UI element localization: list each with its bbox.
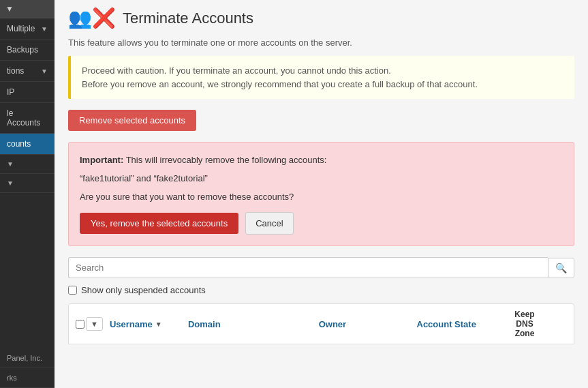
warning-line2: Before you remove an account, we strongl… (82, 78, 563, 91)
confirm-accounts: “fake1tutorial” and “fake2tutorial” (80, 172, 563, 186)
search-button[interactable]: 🔍 (548, 258, 574, 278)
chevron-down-icon: ▼ (7, 160, 14, 168)
table-header: ▼ Username ▼ Domain Owner Account State … (68, 303, 574, 344)
col-keep-dns-label: Keep DNS Zone (514, 310, 534, 338)
col-account-state-label: Account State (417, 319, 476, 329)
sidebar-item-counts[interactable]: counts (0, 134, 55, 155)
table-dropdown-button[interactable]: ▼ (86, 317, 103, 331)
suspended-label[interactable]: Show only suspended accounts (81, 285, 206, 295)
sidebar-item-le-accounts[interactable]: le Accounts (0, 103, 55, 134)
important-label: Important: (80, 155, 123, 165)
sidebar-item-ip[interactable]: IP (0, 82, 55, 103)
select-all-checkbox[interactable] (76, 320, 84, 329)
col-owner[interactable]: Owner (319, 310, 417, 338)
table-columns: Username ▼ Domain Owner Account State Ke… (110, 310, 567, 338)
cancel-button[interactable]: Cancel (245, 212, 293, 235)
col-owner-label: Owner (319, 319, 346, 329)
search-icon: 🔍 (555, 263, 567, 273)
sidebar-item-label: counts (7, 139, 31, 149)
sidebar-item-6[interactable]: ▼ (0, 155, 55, 174)
terminate-accounts-icon: 👥❌ (68, 7, 116, 29)
main-content: 👥❌ Terminate Accounts This feature allow… (55, 0, 588, 388)
sidebar: ▼ Multiple ▼ Backups tions ▼ IP le Accou… (0, 0, 55, 388)
col-username-label: Username (110, 319, 153, 329)
table-checkbox-group: ▼ (76, 317, 103, 331)
col-domain[interactable]: Domain (188, 310, 319, 338)
page-header: 👥❌ Terminate Accounts (68, 7, 574, 29)
chevron-down-icon: ▼ (41, 68, 48, 75)
chevron-down-icon: ▼ (41, 25, 48, 33)
search-input[interactable] (68, 257, 548, 278)
sidebar-item-label: tions (7, 66, 24, 76)
chevron-down-icon: ▼ (7, 179, 14, 187)
confirmation-box: Important: This will irrevocably remove … (68, 142, 574, 246)
sidebar-top: ▼ (0, 0, 55, 18)
search-row: 🔍 (68, 257, 574, 278)
sidebar-item-tions[interactable]: tions ▼ (0, 61, 55, 82)
col-username[interactable]: Username ▼ (110, 310, 188, 338)
sidebar-item-backups[interactable]: Backups (0, 40, 55, 61)
suspended-checkbox[interactable] (68, 286, 77, 295)
sidebar-footer-panel[interactable]: Panel, Inc. (0, 348, 55, 368)
top-icon: ▼ (5, 4, 14, 14)
yes-remove-button[interactable]: Yes, remove the selected accounts (80, 213, 238, 234)
sidebar-item-7[interactable]: ▼ (0, 174, 55, 193)
sort-icon: ▼ (155, 320, 162, 328)
col-domain-label: Domain (188, 319, 221, 329)
confirm-important-text: Important: This will irrevocably remove … (80, 153, 563, 168)
confirm-question: Are you sure that you want to remove the… (80, 190, 563, 205)
important-body: This will irrevocably remove the followi… (123, 155, 326, 165)
suspended-row: Show only suspended accounts (68, 285, 574, 295)
sidebar-footer-works[interactable]: rks (0, 368, 55, 388)
sidebar-item-label: Multiple (7, 24, 35, 33)
col-keep-dns: Keep DNS Zone (514, 310, 567, 338)
remove-selected-button[interactable]: Remove selected accounts (68, 110, 196, 131)
footer-label-1: Panel, Inc. (7, 354, 42, 362)
sidebar-item-multiple[interactable]: Multiple ▼ (0, 18, 55, 40)
col-account-state[interactable]: Account State (417, 310, 515, 338)
footer-label-2: rks (7, 374, 17, 382)
sidebar-item-label: le Accounts (7, 108, 48, 128)
sidebar-item-label: IP (7, 87, 14, 97)
page-title: Terminate Accounts (123, 10, 253, 27)
page-description: This feature allows you to terminate one… (68, 38, 574, 48)
warning-box: Proceed with caution. If you terminate a… (68, 56, 574, 99)
warning-line1: Proceed with caution. If you terminate a… (82, 64, 563, 78)
sidebar-item-label: Backups (7, 45, 38, 55)
confirm-actions: Yes, remove the selected accounts Cancel (80, 212, 563, 235)
